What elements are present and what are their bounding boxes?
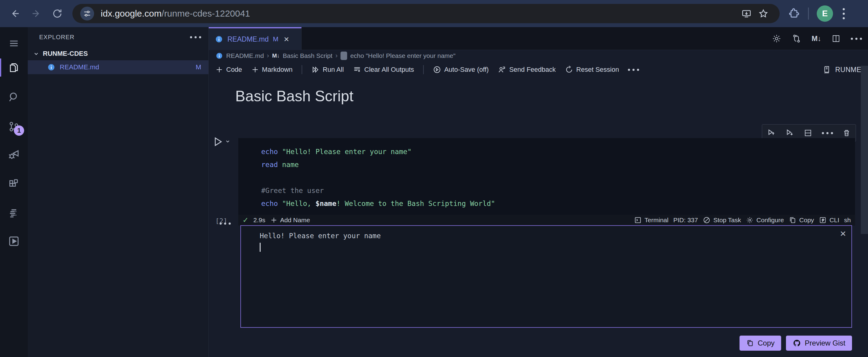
breadcrumb-separator: › — [267, 52, 269, 60]
url-path: /runme-cdes-1220041 — [162, 8, 250, 19]
play-icon — [212, 136, 224, 148]
address-bar[interactable]: idx.google.com/runme-cdes-1220041 — [72, 4, 780, 23]
extensions-puzzle-icon[interactable] — [788, 7, 800, 20]
cell-more-icon[interactable] — [822, 132, 833, 134]
sidebar-item-explorer[interactable] — [0, 57, 28, 78]
tab-readme[interactable]: README.md M × — [209, 27, 302, 50]
breadcrumb-heading[interactable]: Basic Bash Script — [283, 52, 333, 59]
stop-icon — [703, 216, 711, 224]
run-all-label: Run All — [323, 66, 344, 73]
run-all-button[interactable]: Run All — [311, 65, 344, 74]
menu-hamburger-icon[interactable] — [0, 33, 28, 54]
copy-icon — [789, 216, 797, 224]
code-cell[interactable]: echo "Hello! Please enter your name"read… — [238, 138, 855, 215]
forward-icon[interactable] — [28, 5, 44, 22]
sidebar-item-run-debug[interactable] — [0, 144, 28, 166]
delete-cell-icon[interactable] — [842, 129, 851, 137]
stop-task-label: Stop Task — [713, 217, 741, 224]
auto-save-label: Auto-Save (off) — [444, 66, 489, 73]
browser-menu-icon[interactable] — [841, 6, 846, 21]
info-icon — [47, 63, 56, 71]
divider — [808, 7, 809, 20]
url-text: idx.google.com/runme-cdes-1220041 — [101, 8, 250, 19]
cell-duration: 2.9s — [253, 217, 266, 224]
tab-close-icon[interactable]: × — [284, 35, 289, 44]
add-code-button[interactable]: Code — [215, 66, 242, 73]
workspace-root-row[interactable]: RUNME-CDES — [28, 47, 208, 60]
success-check-icon: ✓ — [243, 216, 249, 224]
output-text: Hello! Please enter your name — [260, 232, 381, 240]
browser-toolbar: idx.google.com/runme-cdes-1220041 E — [0, 0, 868, 27]
tab-bar: README.md M × M↓ — [209, 27, 868, 50]
output-options-icon[interactable] — [220, 223, 231, 225]
split-cell-icon[interactable] — [804, 129, 812, 137]
add-name-button[interactable]: Add Name — [270, 217, 310, 224]
cell-output-terminal[interactable]: Hello! Please enter your name × — [240, 225, 852, 328]
configure-button[interactable]: Configure — [746, 216, 784, 224]
file-name: README.md — [60, 63, 99, 71]
run-cell-button[interactable] — [212, 136, 230, 148]
gear-icon — [746, 216, 754, 224]
add-code-label: Code — [226, 66, 242, 73]
run-all-icon — [311, 65, 320, 74]
tab-modified-badge: M — [273, 35, 278, 43]
bookmark-star-icon[interactable] — [755, 5, 772, 22]
markdown-glyph: M↓ — [272, 53, 280, 59]
install-app-icon[interactable] — [738, 5, 755, 22]
session-sync-icon[interactable] — [792, 34, 801, 43]
breadcrumb-file[interactable]: README.md — [226, 52, 264, 59]
explorer-more-icon[interactable] — [190, 36, 201, 38]
breadcrumb-cell[interactable]: echo "Hello! Please enter your name" — [350, 52, 456, 59]
file-row-readme[interactable]: README.md M — [28, 60, 208, 74]
add-markdown-button[interactable]: Markdown — [251, 66, 292, 73]
cli-label: CLI — [829, 217, 839, 224]
execute-below-icon[interactable] — [785, 128, 795, 137]
clear-all-outputs-button[interactable]: Clear All Outputs — [353, 65, 414, 74]
preview-gist-label: Preview Gist — [805, 339, 845, 347]
sidebar-item-runme-notebook[interactable] — [0, 230, 28, 252]
reload-icon[interactable] — [49, 5, 66, 22]
settings-gear-icon[interactable] — [772, 34, 781, 43]
back-icon[interactable] — [7, 5, 24, 22]
copy-cell-button[interactable]: Copy — [789, 216, 814, 224]
workspace-root-label: RUNME-CDES — [43, 50, 88, 58]
profile-avatar[interactable]: E — [817, 5, 833, 22]
pid-label: PID: 337 — [673, 217, 698, 224]
breadcrumb: README.md › M↓ Basic Bash Script › echo … — [209, 50, 868, 62]
plus-icon — [215, 66, 223, 73]
reset-session-icon — [565, 65, 574, 74]
output-close-icon[interactable]: × — [840, 228, 846, 238]
add-markdown-label: Markdown — [262, 66, 292, 73]
split-editor-icon[interactable] — [832, 34, 841, 43]
copy-output-button[interactable]: Copy — [740, 335, 781, 351]
terminal-icon — [634, 216, 642, 224]
send-feedback-label: Send Feedback — [509, 66, 556, 73]
chevron-down-icon — [33, 50, 40, 57]
copy-icon — [746, 339, 754, 347]
cli-button[interactable]: CLI — [819, 216, 839, 224]
stop-task-button[interactable]: Stop Task — [703, 216, 741, 224]
url-host: idx.google.com — [101, 8, 162, 19]
sidebar-item-search[interactable] — [0, 86, 28, 108]
sidebar-item-extensions[interactable] — [0, 173, 28, 195]
send-feedback-button[interactable]: Send Feedback — [498, 65, 556, 74]
toolbar-more-icon[interactable] — [628, 69, 639, 71]
auto-save-button[interactable]: Auto-Save (off) — [433, 65, 489, 74]
chevron-down-icon — [225, 139, 230, 144]
sidebar-item-output-log[interactable] — [0, 202, 28, 224]
more-actions-icon[interactable] — [851, 38, 862, 40]
reset-session-button[interactable]: Reset Session — [565, 65, 619, 74]
markdown-preview-icon[interactable]: M↓ — [812, 34, 821, 43]
editor-scrollbar[interactable] — [861, 66, 868, 234]
toolbar-divider — [423, 65, 424, 74]
execute-above-icon[interactable] — [767, 128, 776, 137]
preview-gist-button[interactable]: Preview Gist — [786, 335, 852, 351]
info-icon — [215, 52, 223, 60]
terminal-button[interactable]: Terminal — [634, 216, 668, 224]
tab-label: README.md — [227, 35, 269, 43]
file-modified-badge: M — [196, 63, 201, 71]
sidebar-item-source-control[interactable]: 1 — [0, 116, 28, 137]
auto-save-icon — [433, 65, 441, 74]
site-settings-icon[interactable] — [80, 7, 94, 21]
configure-label: Configure — [756, 217, 784, 224]
